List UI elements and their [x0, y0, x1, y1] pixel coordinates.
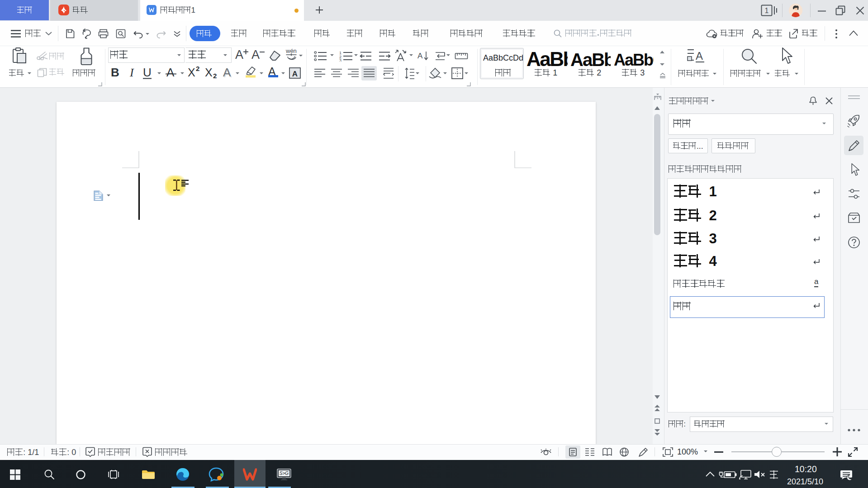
svg-text:A: A: [417, 52, 423, 60]
svg-text:A: A: [292, 70, 298, 78]
svg-text:1: 1: [765, 7, 769, 14]
svg-text:A: A: [696, 50, 703, 62]
svg-text:S>G: S>G: [280, 471, 289, 476]
svg-text:3: 3: [339, 58, 342, 62]
